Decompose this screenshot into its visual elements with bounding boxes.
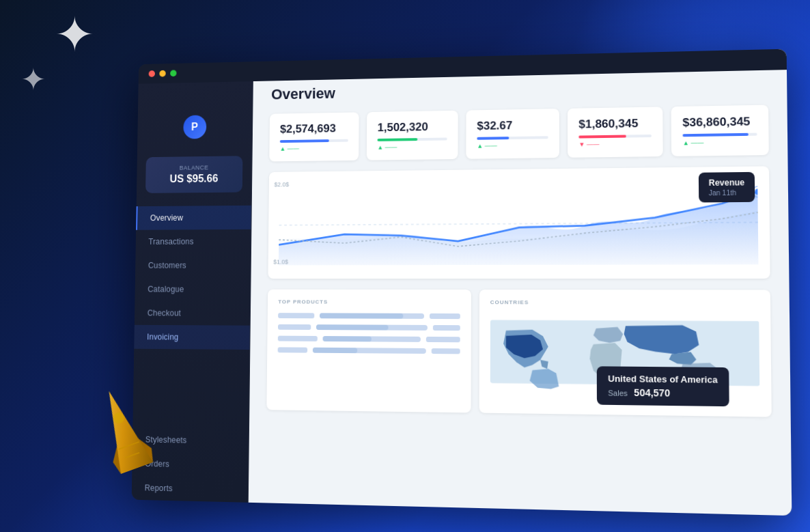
tooltip-date: Jan 11th (709, 189, 745, 197)
map-sales-row: Sales 504,570 (608, 387, 718, 399)
balance-value: US $95.66 (154, 173, 234, 186)
bottom-row: TOP PRODUCTS (249, 290, 790, 417)
countries-panel: COUNTRIES (479, 290, 772, 417)
countries-title: COUNTRIES (490, 299, 759, 306)
product-value (431, 348, 460, 354)
sidebar-item-invoicing[interactable]: Invoicing (134, 325, 250, 350)
app-window: P Balance US $95.66 Overview Transaction… (132, 49, 792, 516)
page-title: Overview (271, 76, 767, 103)
stat-card-mrr: $1,860,345 ▼ —— (568, 107, 663, 157)
balance-label: Balance (155, 164, 234, 171)
stat-indicator-1: ▲ —— (280, 145, 348, 152)
product-value (430, 313, 460, 319)
map-country: United States of America (608, 374, 718, 385)
sidebar-item-reports[interactable]: Reports (132, 475, 249, 503)
product-bar-bg (316, 324, 428, 331)
product-label (278, 313, 314, 318)
stat-value-5: $36,860,345 (682, 115, 757, 130)
chart-y-top: $2.0$ (274, 181, 289, 188)
stat-indicator-4: ▼ —— (578, 140, 652, 148)
main-content: Overview $2,574,693 ▲ —— 1,502,320 ▲ —— … (249, 49, 792, 516)
logo-icon: P (183, 115, 206, 139)
stats-row: $2,574,693 ▲ —— 1,502,320 ▲ —— $32.67 ▲ … (253, 104, 788, 162)
map-sales-value: 504,570 (634, 387, 670, 399)
product-row-1 (278, 313, 460, 319)
product-bar-bg (323, 336, 421, 342)
product-row-3 (278, 336, 460, 343)
world-map: United States of America Sales 504,570 (490, 313, 759, 407)
map-sales-label: Sales (608, 389, 628, 397)
product-label (278, 347, 308, 352)
chart-area: $2.0$ $1.0$ (268, 166, 770, 279)
stat-card-revenue: $2,574,693 ▲ —— (269, 112, 359, 161)
sidebar-item-checkout[interactable]: Checkout (135, 301, 250, 326)
stat-value-3: $32.67 (477, 118, 548, 133)
svg-marker-2 (93, 385, 153, 474)
product-value (433, 325, 460, 331)
stat-indicator-3: ▲ —— (477, 141, 548, 149)
stat-card-orders: 1,502,320 ▲ —— (367, 111, 458, 160)
stat-indicator-2: ▲ —— (377, 143, 447, 150)
sidebar-logo: P (137, 101, 253, 150)
balance-card: Balance US $95.66 (145, 156, 242, 193)
product-value (426, 337, 460, 342)
dot-red[interactable] (149, 70, 155, 77)
revenue-chart (279, 180, 759, 265)
top-products-panel: TOP PRODUCTS (266, 290, 471, 413)
stat-indicator-5: ▲ —— (683, 139, 757, 147)
chart-y-bottom: $1.0$ (273, 259, 288, 266)
stat-value-2: 1,502,320 (378, 120, 447, 135)
stat-card-avg: $32.67 ▲ —— (466, 109, 559, 159)
sidebar-item-overview[interactable]: Overview (136, 206, 251, 230)
sparkle-icon-2: ✦ (20, 61, 46, 98)
sidebar-item-customers[interactable]: Customers (135, 253, 251, 277)
chart-tooltip: Revenue Jan 11th (699, 172, 755, 203)
map-tooltip: United States of America Sales 504,570 (597, 366, 729, 406)
sidebar-item-transactions[interactable]: Transactions (136, 229, 251, 254)
stat-card-total: $36,860,345 ▲ —— (671, 105, 769, 156)
product-label (278, 336, 318, 341)
sidebar-item-catalogue[interactable]: Catalogue (135, 277, 250, 301)
dot-green[interactable] (170, 70, 176, 76)
product-bar-bg (320, 313, 424, 319)
sparkle-icon-1: ✦ (55, 7, 95, 63)
top-products-title: TOP PRODUCTS (278, 298, 460, 305)
product-label (278, 324, 311, 330)
stat-value-1: $2,574,693 (280, 122, 348, 136)
stat-value-4: $1,860,345 (578, 117, 652, 132)
tooltip-title: Revenue (709, 178, 745, 188)
product-bar-bg (313, 348, 426, 354)
product-row-4 (278, 347, 460, 354)
product-row-2 (278, 324, 460, 331)
dot-yellow[interactable] (159, 70, 165, 77)
